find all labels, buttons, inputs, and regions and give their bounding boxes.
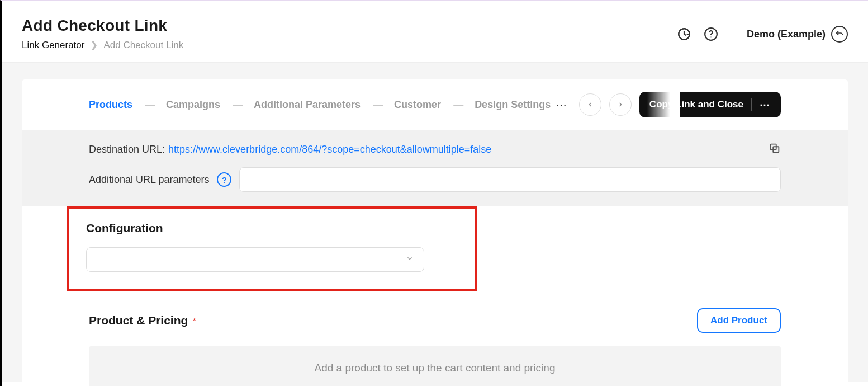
- params-row: Additional URL parameters ?: [89, 167, 781, 192]
- product-pricing-section: Product & Pricing * Add Product Add a pr…: [22, 308, 848, 386]
- copy-url-icon[interactable]: [769, 142, 781, 157]
- config-highlight-box: Configuration: [67, 206, 477, 291]
- tab-controls: ⋯ Copy Link and Close ⋯: [552, 92, 781, 117]
- account-label: Demo (Example): [747, 29, 826, 40]
- params-input[interactable]: [239, 167, 781, 192]
- destination-url-link[interactable]: https://www.cleverbridge.com/864/?scope=…: [168, 144, 491, 156]
- header-right: Demo (Example): [676, 21, 848, 47]
- product-pricing-header: Product & Pricing * Add Product: [89, 308, 781, 333]
- tab-design-settings[interactable]: Design Settings: [475, 99, 551, 111]
- tab-separator: —: [453, 99, 462, 111]
- tabs-row: Products — Campaigns — Additional Parame…: [22, 79, 848, 130]
- header-left: Add Checkout Link Link Generator ❯ Add C…: [22, 17, 183, 51]
- page-header: Add Checkout Link Link Generator ❯ Add C…: [2, 1, 868, 63]
- account-switcher[interactable]: Demo (Example): [747, 26, 848, 43]
- product-empty-state: Add a product to set up the cart content…: [89, 346, 781, 386]
- body-area: Products — Campaigns — Additional Parame…: [2, 63, 868, 382]
- tab-separator: —: [145, 99, 154, 111]
- tab-separator: —: [233, 99, 241, 111]
- destination-label: Destination URL:: [89, 144, 165, 156]
- product-pricing-title-wrap: Product & Pricing *: [89, 314, 196, 327]
- breadcrumb: Link Generator ❯ Add Checkout Link: [22, 39, 183, 51]
- tab-campaigns[interactable]: Campaigns: [166, 99, 220, 111]
- destination-url-row: Destination URL: https://www.cleverbridg…: [89, 142, 781, 157]
- tab-additional-parameters[interactable]: Additional Parameters: [254, 99, 361, 111]
- configuration-select[interactable]: [86, 247, 424, 272]
- back-arrow-icon: [831, 26, 848, 43]
- required-asterisk: *: [193, 317, 196, 326]
- breadcrumb-root[interactable]: Link Generator: [22, 40, 84, 51]
- add-product-button[interactable]: Add Product: [697, 308, 781, 333]
- copy-link-close-label: Copy Link and Close: [649, 99, 743, 110]
- button-divider: [751, 98, 752, 111]
- config-title: Configuration: [86, 222, 458, 235]
- params-label: Additional URL parameters: [89, 174, 209, 186]
- url-area: Destination URL: https://www.cleverbridg…: [22, 130, 848, 206]
- copy-link-close-button[interactable]: Copy Link and Close ⋯: [639, 92, 781, 117]
- help-icon[interactable]: [703, 26, 719, 43]
- page-title: Add Checkout Link: [22, 17, 183, 35]
- tab-products[interactable]: Products: [89, 99, 132, 111]
- tabs-next-button[interactable]: [609, 93, 632, 116]
- chevron-down-icon: [406, 255, 414, 265]
- tabs-prev-button[interactable]: [579, 93, 601, 116]
- separator: [733, 21, 733, 47]
- config-section: Configuration: [22, 206, 848, 308]
- params-help-icon[interactable]: ?: [217, 172, 231, 187]
- svg-point-2: [710, 37, 712, 38]
- tab-customer[interactable]: Customer: [394, 99, 441, 111]
- tabs: Products — Campaigns — Additional Parame…: [89, 99, 551, 111]
- history-icon[interactable]: [676, 26, 692, 43]
- more-tabs-icon[interactable]: ⋯: [552, 98, 571, 111]
- tab-separator: —: [373, 99, 382, 111]
- breadcrumb-current: Add Checkout Link: [103, 40, 183, 51]
- main-card: Products — Campaigns — Additional Parame…: [22, 79, 848, 386]
- chevron-right-icon: ❯: [90, 39, 98, 51]
- product-pricing-title: Product & Pricing: [89, 314, 188, 327]
- more-actions-icon[interactable]: ⋯: [760, 98, 771, 111]
